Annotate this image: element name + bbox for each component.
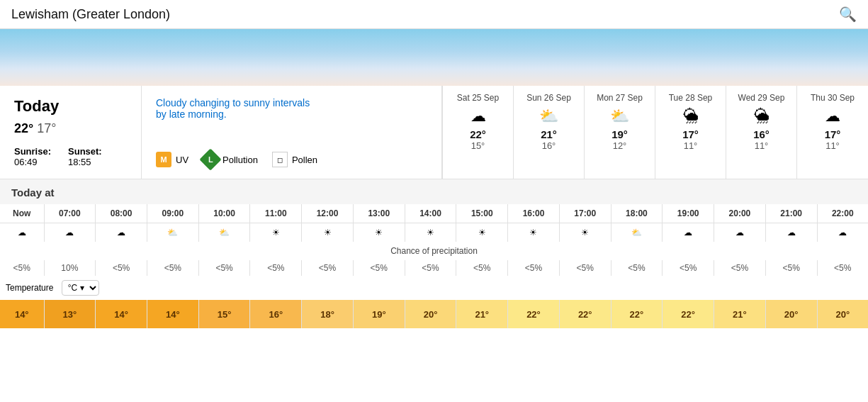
forecast-low: 11° [803, 140, 862, 151]
time-header: 17:00 [559, 204, 611, 223]
sunset: Sunset: 18:55 [68, 146, 102, 167]
sunset-label: Sunset: [68, 146, 102, 157]
forecast-high: 21° [519, 128, 578, 140]
sky-banner [0, 29, 868, 86]
hourly-icon: ☁ [714, 223, 766, 242]
sunrise: Sunrise: 06:49 [14, 146, 51, 167]
forecast-icon: ☁ [449, 107, 507, 125]
forecast-low: 16° [519, 140, 578, 151]
hourly-icon: ☀ [456, 223, 508, 242]
precip-value: <5% [0, 260, 44, 276]
today-middle: Cloudy changing to sunny intervals by la… [142, 86, 442, 179]
temp-value: 14° [147, 300, 198, 328]
forecast-date: Tue 28 Sep [661, 93, 720, 103]
time-header: 09:00 [147, 204, 198, 223]
hourly-icon: ☀ [250, 223, 302, 242]
forecast-icon: ⛅ [519, 107, 578, 125]
uv-label: UV [176, 155, 188, 165]
today-at-label: Today at [11, 186, 857, 204]
indicators: M UV L Pollution ◻ Pollen [156, 152, 427, 167]
hourly-icon: ⛅ [198, 223, 250, 242]
forecast-day: Sat 25 Sep ☁ 22° 15° [443, 86, 514, 179]
forecast-icon: ☁ [803, 107, 862, 125]
hourly-table: Now07:0008:0009:0010:0011:0012:0013:0014… [0, 204, 868, 328]
temp-value: 14° [0, 300, 44, 328]
today-at-section: Today at [0, 179, 868, 204]
temp-unit-selector: °C ▾ °F ▾ [62, 280, 99, 296]
pollution-badge: L [200, 148, 222, 170]
temp-label: Temperature [6, 283, 53, 293]
time-header: 14:00 [405, 204, 456, 223]
today-high: 22° [14, 121, 33, 135]
time-header: 21:00 [765, 204, 817, 223]
today-label: Today [14, 97, 127, 116]
page-title: Lewisham (Greater London) [11, 7, 170, 22]
forecast-low: 12° [590, 140, 649, 151]
forecast-high: 22° [449, 128, 507, 140]
hourly-icon: ☀ [559, 223, 611, 242]
precip-value: <5% [198, 260, 250, 276]
today-left: Today 22° 17° Sunrise: 06:49 Sunset: 18:… [0, 86, 142, 179]
temp-value: 21° [714, 300, 766, 328]
precip-value: <5% [663, 260, 714, 276]
forecast-strip: Sat 25 Sep ☁ 22° 15° Sun 26 Sep ⛅ 21° 16… [442, 86, 868, 179]
hourly-icon: ☀ [302, 223, 354, 242]
precip-value: <5% [147, 260, 198, 276]
hourly-icon: ☁ [44, 223, 96, 242]
temp-value: 13° [44, 300, 96, 328]
temp-value: 22° [663, 300, 714, 328]
hourly-icon: ⛅ [611, 223, 663, 242]
pollution-label: Pollution [222, 155, 258, 165]
precip-value: <5% [96, 260, 147, 276]
hourly-icon: ☁ [817, 223, 868, 242]
time-header: 19:00 [663, 204, 714, 223]
precip-value: <5% [353, 260, 405, 276]
today-desc-link[interactable]: Cloudy changing to sunny intervals by la… [156, 97, 310, 120]
precip-value: <5% [250, 260, 302, 276]
forecast-high: 19° [590, 128, 649, 140]
pollen-icon: ◻ [272, 152, 288, 167]
time-header: 08:00 [96, 204, 147, 223]
forecast-icon: ⛅ [590, 107, 649, 125]
hourly-icon: ☁ [96, 223, 147, 242]
precip-value: <5% [456, 260, 508, 276]
time-header: 13:00 [353, 204, 405, 223]
precip-value: 10% [44, 260, 96, 276]
hourly-icon: ☀ [508, 223, 560, 242]
temp-value: 14° [96, 300, 147, 328]
search-icon[interactable]: 🔍 [839, 6, 857, 23]
precip-value: <5% [302, 260, 354, 276]
forecast-date: Mon 27 Sep [590, 93, 649, 103]
uv-badge: M [156, 152, 171, 167]
temp-value: 20° [817, 300, 868, 328]
forecast-day: Wed 29 Sep 🌦 16° 11° [726, 86, 797, 179]
sunset-time: 18:55 [68, 157, 102, 167]
precip-value: <5% [508, 260, 560, 276]
hourly-icon: ☀ [353, 223, 405, 242]
temp-label-cell: Temperature °C ▾ °F ▾ [0, 276, 868, 300]
today-section: Today 22° 17° Sunrise: 06:49 Sunset: 18:… [0, 86, 868, 179]
precip-value: <5% [559, 260, 611, 276]
hourly-icon: ☁ [0, 223, 44, 242]
precip-value: <5% [611, 260, 663, 276]
time-header: 10:00 [198, 204, 250, 223]
time-header: 16:00 [508, 204, 560, 223]
forecast-day: Thu 30 Sep ☁ 17° 11° [797, 86, 868, 179]
uv-indicator: M UV [156, 152, 188, 167]
forecast-date: Sat 25 Sep [449, 93, 507, 103]
forecast-icon: 🌦 [732, 107, 791, 125]
forecast-date: Wed 29 Sep [732, 93, 791, 103]
today-low: 17° [37, 121, 56, 135]
temp-value: 22° [611, 300, 663, 328]
time-header: 18:00 [611, 204, 663, 223]
temp-value: 15° [198, 300, 250, 328]
temp-value: 20° [765, 300, 817, 328]
temp-unit-select[interactable]: °C ▾ °F ▾ [62, 280, 99, 296]
hourly-section: Now07:0008:0009:0010:0011:0012:0013:0014… [0, 204, 868, 328]
time-header: 12:00 [302, 204, 354, 223]
time-header: 15:00 [456, 204, 508, 223]
forecast-date: Sun 26 Sep [519, 93, 578, 103]
forecast-low: 15° [449, 140, 507, 151]
temp-value: 22° [508, 300, 560, 328]
forecast-low: 11° [661, 140, 720, 151]
